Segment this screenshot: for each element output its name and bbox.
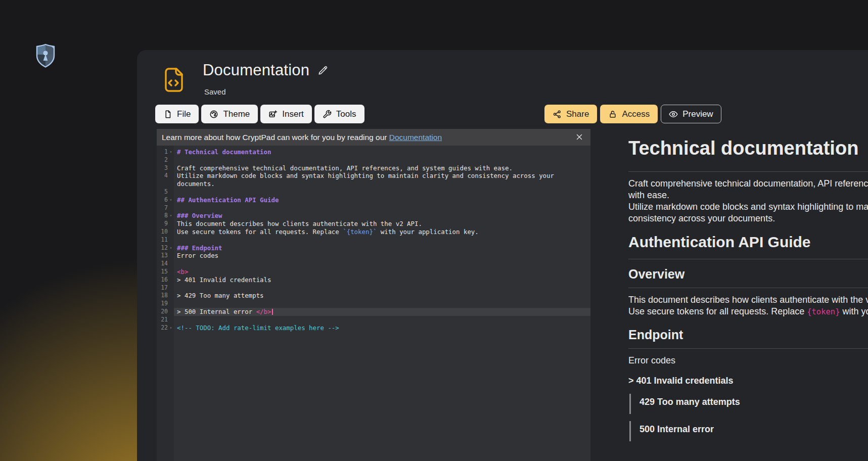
code-line-6[interactable]: 6▾## Authentication API Guide — [157, 196, 590, 204]
close-icon[interactable] — [575, 132, 584, 142]
unlock-icon — [608, 110, 617, 119]
line-number: 18 — [157, 292, 168, 300]
preview-text: with your application key. — [840, 306, 868, 316]
banner-text: Learn more about how CryptPad can work f… — [162, 133, 442, 142]
fold-spacer — [168, 300, 174, 308]
code-token: Craft comprehensive technical documentat… — [177, 164, 513, 172]
share-button[interactable]: Share — [544, 105, 597, 123]
fold-spacer — [168, 188, 174, 196]
preview-heading-h1: Technical documentation — [628, 137, 868, 159]
code-line-17[interactable]: 17 — [157, 284, 590, 292]
line-number: 16 — [157, 276, 168, 284]
fold-arrow-icon[interactable]: ▾ — [168, 324, 174, 332]
code-text: <!-- TODO: Add rate-limit examples here … — [174, 324, 590, 332]
preview-blockquote: 429 Too many attempts — [629, 394, 868, 414]
code-token: Error codes — [177, 252, 218, 259]
menu-button-tools[interactable]: Tools — [314, 105, 364, 123]
code-text — [174, 188, 590, 196]
code-text — [174, 260, 590, 268]
code-line-1[interactable]: 1▾# Technical documentation — [157, 148, 590, 156]
preview-divider — [628, 259, 868, 259]
code-token: ## Authentication API Guide — [177, 196, 279, 204]
inline-code-token: {token} — [807, 307, 840, 316]
code-line-15[interactable]: 15<b> — [157, 268, 590, 276]
code-text: Error codes — [174, 252, 590, 260]
code-line-13[interactable]: 13Error codes — [157, 252, 590, 260]
code-line-8[interactable]: 8▾### Overview — [157, 212, 590, 220]
code-line-20[interactable]: 20> 500 Internal error </b> — [157, 308, 590, 316]
menu-buttons: FileThemeInsertTools — [155, 105, 364, 123]
banner-documentation-link[interactable]: Documentation — [389, 133, 442, 142]
fold-spacer — [168, 164, 174, 172]
code-text: This document describes how clients auth… — [174, 220, 590, 228]
fold-spacer — [168, 308, 174, 316]
image-plus-icon — [268, 110, 278, 119]
preview-blockquote-text: 429 Too many attempts — [639, 396, 868, 408]
preview-text-row: consistency across your documents. — [628, 213, 868, 224]
preview-text: Utilize markdown code blocks and syntax … — [628, 202, 868, 212]
code-line-12[interactable]: 12▾### Endpoint — [157, 244, 590, 252]
line-number: 6 — [157, 196, 168, 204]
code-line-7[interactable]: 7 — [157, 204, 590, 212]
code-line-11[interactable]: 11 — [157, 236, 590, 244]
fold-arrow-icon[interactable]: ▾ — [168, 244, 174, 252]
line-number: 20 — [157, 308, 168, 316]
code-file-icon — [160, 67, 187, 93]
line-number: 15 — [157, 268, 168, 276]
markdown-preview-pane[interactable]: Technical documentationCraft comprehensi… — [591, 129, 868, 461]
line-number: 22 — [157, 324, 168, 332]
code-line-22[interactable]: 22▾<!-- TODO: Add rate-limit examples he… — [157, 324, 590, 332]
fold-arrow-icon[interactable]: ▾ — [168, 148, 174, 156]
preview-divider — [628, 288, 868, 288]
access-button[interactable]: Access — [600, 105, 658, 123]
code-line-4[interactable]: 4Utilize markdown code blocks and syntax… — [157, 172, 590, 180]
code-line-16[interactable]: 16> 401 Invalid credentials — [157, 276, 590, 284]
code-line-5[interactable]: 5 — [157, 188, 590, 196]
code-text: > 401 Invalid credentials — [174, 276, 590, 284]
code-line-3[interactable]: 3Craft comprehensive technical documenta… — [157, 164, 590, 172]
menu-button-theme[interactable]: Theme — [201, 105, 258, 123]
fold-arrow-icon[interactable]: ▾ — [168, 212, 174, 220]
fold-spacer — [168, 252, 174, 260]
line-number: 7 — [157, 204, 168, 212]
preview-button[interactable]: Preview — [661, 105, 721, 123]
page: { "app": {"name": "CryptPad", "logo_icon… — [0, 0, 868, 461]
code-line-9[interactable]: 9This document describes how clients aut… — [157, 220, 590, 228]
pencil-icon[interactable] — [317, 65, 329, 76]
code-line-2[interactable]: 2 — [157, 156, 590, 164]
preview-paragraph: Craft comprehensive technical documentat… — [628, 178, 868, 224]
line-number: 1 — [157, 148, 168, 156]
menu-button-insert[interactable]: Insert — [260, 105, 312, 123]
preview-paragraph: Error codes — [628, 355, 868, 366]
fold-spacer — [168, 268, 174, 276]
fold-spacer — [168, 156, 174, 164]
preview-text-row: This document describes how clients auth… — [628, 294, 868, 306]
fold-spacer — [168, 228, 174, 236]
preview-text-row: with ease. — [628, 190, 868, 201]
code-editor[interactable]: 1▾# Technical documentation23Craft compr… — [157, 146, 590, 461]
code-text: Use secure tokens for all requests. Repl… — [174, 228, 590, 236]
info-banner: Learn more about how CryptPad can work f… — [157, 129, 590, 146]
cryptpad-shield-logo[interactable] — [35, 43, 56, 69]
code-text: ### Endpoint — [174, 244, 590, 252]
action-button-label: Share — [566, 109, 589, 119]
line-number: 14 — [157, 260, 168, 268]
preview-text-row: Use secure tokens for all requests. Repl… — [628, 306, 868, 318]
code-token: </b> — [256, 308, 271, 315]
line-number: 13 — [157, 252, 168, 260]
action-button-label: Preview — [682, 109, 713, 119]
code-line-10[interactable]: 10Use secure tokens for all requests. Re… — [157, 228, 590, 236]
code-line-19[interactable]: 19 — [157, 300, 590, 308]
code-line-21[interactable]: 21 — [157, 316, 590, 324]
code-line-continuation[interactable]: documents. — [157, 180, 590, 188]
fold-arrow-icon[interactable]: ▾ — [168, 196, 174, 204]
code-line-14[interactable]: 14 — [157, 260, 590, 268]
code-token: ### Overview — [177, 212, 222, 219]
preview-heading-h3: Endpoint — [628, 326, 868, 343]
menu-button-file[interactable]: File — [155, 105, 199, 123]
code-line-18[interactable]: 18> 429 Too many attempts — [157, 292, 590, 300]
menu-button-label: File — [177, 109, 191, 119]
line-number: 10 — [157, 228, 168, 236]
share-nodes-icon — [553, 110, 562, 119]
code-text: ### Overview — [174, 212, 590, 220]
